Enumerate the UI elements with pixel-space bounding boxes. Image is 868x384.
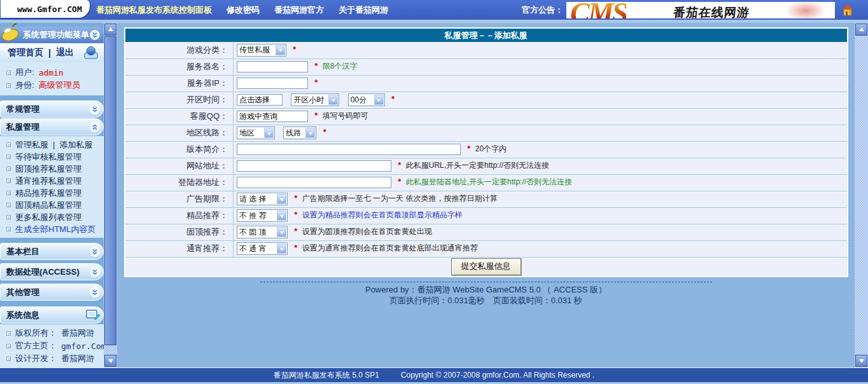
chevron-double-down-icon[interactable]	[90, 30, 100, 40]
select-value: 传世私服	[237, 45, 275, 55]
scroll-up-button[interactable]	[855, 24, 867, 36]
sidebar-section-private-server[interactable]: 私服管理	[0, 118, 104, 135]
line-select[interactable]: 线路	[283, 127, 316, 139]
info-row: 版权所有：番茄网游	[0, 327, 104, 339]
sidebar-section-general[interactable]: 常规管理	[0, 100, 104, 118]
sidebar-link-separator: |	[48, 48, 51, 58]
field-label: 登陆器地址：	[125, 174, 234, 191]
minute-select[interactable]: 00分	[348, 93, 385, 106]
form-row-ad-period: 广告期限： 请 选 择 * 广告期限选择一至七 一为一天 依次类推，按推荐日期计…	[125, 191, 847, 207]
select-value: 00分	[349, 95, 374, 106]
bullet-icon	[6, 344, 11, 348]
submit-button[interactable]: 提交私服信息	[451, 258, 521, 275]
sidebar-gap	[0, 95, 104, 100]
premium-select[interactable]: 不 推 荐	[237, 209, 288, 222]
main-scrollbar[interactable]	[855, 23, 868, 367]
info-value: 番茄网游	[61, 353, 94, 364]
announcement-label: 官方公告：	[522, 4, 563, 16]
intro-input[interactable]	[237, 144, 461, 155]
chevron-double-down-icon	[90, 104, 100, 114]
bottom-system-version: 番茄网游私服发布系统 5.0 SP1	[274, 370, 379, 381]
sidebar-scrollbar[interactable]	[104, 23, 117, 367]
select-value: 开区小时	[291, 95, 328, 106]
sidebar-item-generate-html[interactable]: 生成全部HTML内容页	[15, 224, 95, 235]
sidebar-section-data-access[interactable]: 数据处理(ACCESS)	[0, 263, 104, 280]
bullet-icon	[6, 142, 11, 147]
cms-logo-text: CMS	[570, 2, 626, 18]
scroll-up-button[interactable]	[104, 24, 116, 36]
required-asterisk: *	[314, 111, 318, 120]
sidebar-item-pending-review[interactable]: 等待审核私服管理	[15, 151, 81, 163]
sidebar-item-pinned-recommend[interactable]: 固顶推荐私服管理	[15, 163, 81, 175]
top-menu-official-site[interactable]: 番茄网游官方	[274, 4, 324, 16]
bottom-bar: 番茄网游私服发布系统 5.0 SP1 Copyright © 2007-2008…	[0, 367, 868, 384]
region-select[interactable]: 地区	[237, 127, 275, 139]
form-row-region-line: 地区线路： 地区 线路 *	[125, 125, 847, 141]
chevron-double-down-icon	[90, 247, 100, 257]
sidebar-home-link[interactable]: 管理首页	[8, 47, 43, 58]
select-value: 线路	[284, 128, 305, 139]
chevron-down-icon	[328, 95, 338, 105]
top-menu-about[interactable]: 关于番茄网游	[339, 4, 388, 16]
select-value: 不 推 荐	[237, 210, 276, 221]
sidebar-section-system-info[interactable]: 系统信息	[0, 306, 104, 324]
field-hint: 限8个汉字	[323, 62, 358, 71]
field-hint: 设置为通宵推荐则会在首页套黄处底部出现通宵推荐	[302, 243, 478, 252]
top-menu: 番茄网游私服发布系统控制面板 修改密码 番茄网游官方 关于番茄网游	[96, 4, 388, 16]
site-logo[interactable]: www.Gmfor.COM	[1, 0, 90, 18]
sidebar-item-premium-recommend[interactable]: 精品推荐私服管理	[15, 188, 81, 199]
bullet-icon	[6, 154, 11, 159]
server-ip-input[interactable]	[237, 78, 308, 89]
required-asterisk: *	[314, 78, 318, 87]
form-row-intro: 版本简介： * 20个字内	[125, 141, 847, 158]
required-asterisk: *	[314, 61, 318, 71]
sidebar-section-basic-columns[interactable]: 基本栏目	[0, 243, 104, 260]
server-name-input[interactable]	[237, 61, 308, 72]
open-time-input[interactable]	[237, 94, 283, 106]
sidebar-item-add-server[interactable]: 添加私服	[59, 139, 92, 151]
qq-input[interactable]	[237, 111, 308, 122]
main-area: 私服管理－－添加私服 游戏分类： 传世私服 * 服务器名： * 限8个汉字	[117, 23, 855, 367]
field-label: 精品推荐：	[125, 207, 234, 224]
ad-period-select[interactable]: 请 选 择	[237, 193, 288, 205]
open-hour-select[interactable]: 开区小时	[291, 93, 339, 106]
bullet-icon	[6, 357, 11, 361]
sidebar-logout-link[interactable]: 退出	[56, 47, 74, 58]
sidebar: 系统管理功能菜单 管理首页 | 退出 用户: admin	[0, 23, 104, 367]
home-icon[interactable]	[841, 4, 854, 16]
pinned-select[interactable]: 不 固 顶	[237, 226, 288, 238]
sidebar-item-manage-server[interactable]: 管理私服	[15, 139, 48, 151]
required-asterisk: *	[294, 210, 297, 219]
form-row-submit: 提交私服信息	[125, 257, 847, 276]
form-row-game-category: 游戏分类： 传世私服 *	[125, 42, 847, 58]
menu-row: 固顶推荐私服管理	[0, 163, 104, 175]
banner-brand-text: 番茄在线网游	[673, 4, 751, 18]
info-row: 设计开发：番茄网游	[0, 352, 104, 365]
website-input[interactable]	[237, 160, 391, 172]
sidebar-title-text: 系统管理功能菜单	[23, 29, 89, 41]
chevron-double-up-icon	[90, 122, 100, 132]
required-asterisk: *	[323, 127, 326, 137]
chevron-down-icon	[305, 128, 315, 138]
sidebar-item-overnight-recommend[interactable]: 通宵推荐私服管理	[15, 175, 81, 187]
select-value: 地区	[237, 128, 263, 139]
field-label: 开区时间：	[125, 92, 234, 108]
top-menu-control-panel[interactable]: 番茄网游私服发布系统控制面板	[96, 4, 212, 16]
tomato-graphic	[785, 2, 826, 18]
sidebar-section-other[interactable]: 其他管理	[0, 284, 104, 301]
launcher-input[interactable]	[237, 177, 391, 188]
sidebar-item-more-server-list[interactable]: 更多私服列表管理	[15, 212, 81, 223]
info-label: 版权所有：	[15, 327, 57, 339]
game-category-select[interactable]: 传世私服	[237, 44, 286, 57]
section-label: 数据处理(ACCESS)	[6, 266, 80, 278]
field-label: 通宵推荐：	[125, 240, 234, 257]
page-title: 私服管理－－添加私服	[125, 29, 847, 42]
scroll-down-button[interactable]	[104, 355, 116, 367]
sidebar-item-pinned-premium[interactable]: 固顶精品私服管理	[15, 200, 81, 211]
overnight-select[interactable]: 不 通 宵	[237, 242, 288, 255]
form-row-website: 网站地址： * 此私服URL,开头一定要http://否则无法连接	[125, 158, 847, 174]
top-menu-change-password[interactable]: 修改密码	[227, 4, 260, 16]
scroll-down-button[interactable]	[855, 355, 867, 367]
menu-row: 等待审核私服管理	[0, 151, 104, 163]
scrollbar-thumb[interactable]	[104, 36, 116, 345]
